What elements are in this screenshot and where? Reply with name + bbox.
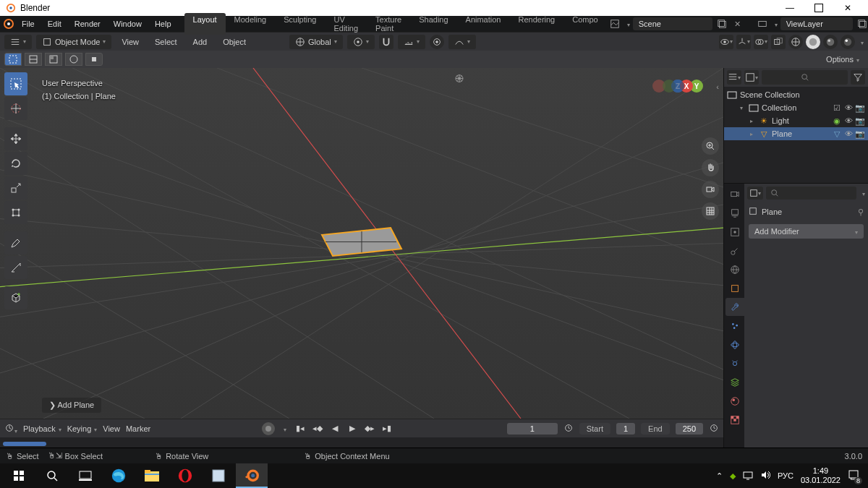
overlays-dropdown[interactable]: ▾ (754, 35, 768, 49)
header-view[interactable]: View (116, 36, 145, 48)
viewlayer-browse-icon[interactable] (756, 17, 769, 30)
outliner-editor-dropdown[interactable]: ▾ (727, 70, 741, 85)
outliner-search[interactable] (762, 70, 848, 85)
n-panel-toggle[interactable]: ‹ (716, 82, 719, 91)
orientation-dropdown[interactable]: Global▾ (289, 35, 343, 49)
window-close-button[interactable]: ✕ (833, 0, 862, 16)
timeline-keying[interactable]: Keying (67, 424, 98, 433)
mesh-data-icon[interactable]: ▽ (832, 129, 842, 139)
blender-app[interactable] (236, 463, 268, 488)
viewlayer-dropdown-chevron[interactable] (772, 20, 778, 28)
autokey-dropdown[interactable] (281, 424, 286, 433)
props-tab-particles[interactable] (726, 317, 744, 335)
pin-icon[interactable]: ⚲ (858, 207, 864, 217)
props-tab-world[interactable] (726, 260, 744, 278)
tray-lang[interactable]: РУС (778, 471, 793, 480)
props-tab-render[interactable] (726, 185, 744, 203)
menu-render[interactable]: Render (69, 18, 106, 30)
window-minimize-button[interactable]: — (775, 0, 804, 16)
viewlayer-new-button[interactable] (856, 17, 868, 30)
timeline-editor-dropdown[interactable]: ▾ (4, 423, 17, 435)
outliner-item-light[interactable]: ▸ ☀ Light ◉👁📷 (724, 114, 868, 127)
tray-chevron-icon[interactable]: ⌃ (716, 471, 723, 481)
timeline-popover[interactable] (709, 423, 719, 435)
tab-modeling[interactable]: Modeling (226, 13, 276, 35)
outliner-item-plane[interactable]: ▸ ▽ Plane ▽👁📷 (724, 127, 868, 140)
timeline-playback[interactable]: Playback (23, 424, 61, 433)
tray-clock[interactable]: 1:49 03.01.2022 (801, 466, 841, 485)
mode-dropdown[interactable]: Object Mode▾ (36, 35, 111, 49)
shading-rendered[interactable] (841, 35, 855, 49)
outliner-filter-button[interactable] (851, 70, 865, 85)
shading-material[interactable] (823, 35, 838, 49)
tool-scale[interactable] (4, 176, 27, 200)
collection-checkbox[interactable]: ☑ (832, 103, 842, 113)
props-tab-modifier[interactable] (726, 298, 744, 316)
snap-toggle[interactable] (379, 35, 393, 49)
outliner-tree[interactable]: Scene Collection ▾ Collection ☑👁📷 ▸ ☀ Li… (724, 87, 868, 183)
gizmo-dropdown[interactable]: ▾ (736, 35, 751, 49)
viewlayer-name-field[interactable]: ViewLayer (780, 17, 853, 30)
tool-measure[interactable] (4, 256, 27, 279)
props-tab-output[interactable] (726, 204, 744, 222)
timeline-scrubber[interactable] (0, 437, 723, 448)
scene-delete-button[interactable]: ✕ (731, 17, 744, 30)
scene-dropdown-chevron[interactable] (624, 20, 630, 28)
outliner-display-dropdown[interactable]: ▾ (744, 70, 759, 85)
pivot-dropdown[interactable]: ▾ (347, 35, 375, 49)
autokey-toggle[interactable] (262, 422, 275, 435)
current-frame-field[interactable]: 1 (507, 423, 558, 435)
scene-name-field[interactable]: Scene (633, 17, 712, 30)
eye-icon[interactable]: 👁 (843, 116, 854, 126)
edge-app[interactable] (103, 463, 135, 488)
tool-rotate[interactable] (4, 152, 27, 175)
select-mode-5[interactable] (85, 53, 103, 66)
strip-options[interactable]: Options (822, 53, 864, 65)
tab-animation[interactable]: Animation (457, 13, 510, 35)
props-editor-dropdown[interactable]: ▾ (747, 187, 763, 200)
eye-icon[interactable]: 👁 (843, 129, 854, 139)
snap-dropdown[interactable]: ▾ (398, 35, 425, 49)
editor-type-dropdown[interactable]: ▾ (4, 35, 32, 49)
props-tab-object[interactable] (726, 279, 744, 297)
play-reverse-button[interactable]: ◀ (327, 422, 343, 435)
header-add[interactable]: Add (187, 36, 213, 48)
zoom-gizmo[interactable] (702, 137, 719, 155)
select-mode-4[interactable] (65, 53, 82, 66)
props-tab-material[interactable] (726, 392, 744, 410)
blender-icon[interactable] (3, 17, 14, 30)
tray-network-icon[interactable] (743, 470, 753, 481)
proportional-falloff-dropdown[interactable]: ▾ (448, 35, 476, 49)
header-object[interactable]: Object (217, 36, 252, 48)
tab-sculpting[interactable]: Sculpting (275, 13, 325, 35)
frame-jump-button[interactable] (563, 423, 574, 435)
tool-move[interactable] (4, 127, 27, 150)
xray-toggle[interactable] (771, 35, 786, 49)
tool-select-box[interactable] (4, 72, 27, 95)
outliner-collection[interactable]: ▾ Collection ☑👁📷 (724, 101, 868, 114)
tool-transform[interactable] (4, 201, 27, 224)
3d-viewport[interactable]: User Perspective (1) Collection | Plane … (0, 68, 723, 419)
keyframe-prev-button[interactable]: ◂◆ (310, 422, 326, 435)
eye-icon[interactable]: 👁 (843, 103, 854, 113)
search-button[interactable] (36, 463, 68, 488)
window-maximize-button[interactable] (804, 0, 833, 16)
start-button[interactable] (3, 463, 35, 488)
tool-add-cube[interactable] (4, 286, 27, 309)
tool-cursor[interactable] (4, 97, 27, 120)
visibility-dropdown[interactable]: ▾ (719, 35, 733, 49)
add-modifier-dropdown[interactable]: Add Modifier (749, 224, 864, 239)
props-tab-viewlayer[interactable] (726, 223, 744, 241)
orientation-gizmo[interactable]: Z Y X (652, 80, 703, 130)
tray-volume-icon[interactable] (760, 470, 770, 481)
start-frame-field[interactable]: 1 (616, 423, 635, 435)
tab-uv-editing[interactable]: UV Editing (325, 13, 367, 35)
menu-window[interactable]: Window (108, 18, 148, 30)
shading-solid[interactable] (806, 35, 820, 49)
jump-start-button[interactable]: ▮◂ (292, 422, 308, 435)
explorer-app[interactable] (136, 463, 168, 488)
outliner-scene-collection[interactable]: Scene Collection (724, 88, 868, 101)
jump-end-button[interactable]: ▸▮ (379, 422, 395, 435)
tab-rendering[interactable]: Rendering (509, 13, 563, 35)
props-options[interactable] (859, 189, 865, 197)
